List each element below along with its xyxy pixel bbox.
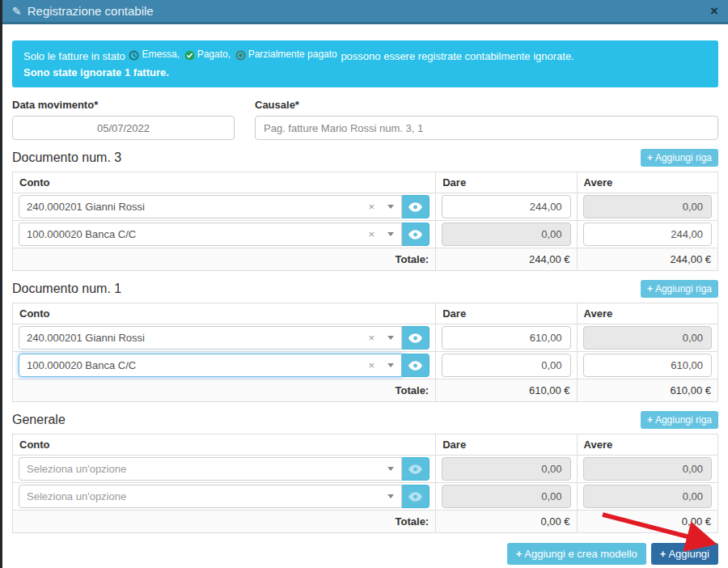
view-account-button[interactable]: [402, 195, 430, 218]
info-alert: Solo le fatture in stato Emessa, Pagato,…: [12, 40, 718, 87]
status-emessa: Emessa,: [129, 47, 180, 62]
account-select-value: 240.000201 Gianni Rossi: [27, 332, 369, 344]
column-header-conto: Conto: [13, 434, 436, 456]
add-button[interactable]: +Aggiungi: [651, 543, 718, 565]
eye-icon: [408, 202, 422, 212]
alert-line-1: Solo le fatture in stato Emessa, Pagato,…: [23, 47, 707, 65]
totale-row: Totale: 244,00 € 244,00 €: [13, 248, 718, 271]
partial-paid-icon: [235, 50, 246, 61]
column-header-avere: Avere: [577, 434, 717, 456]
column-header-dare: Dare: [436, 434, 577, 456]
clear-icon[interactable]: ×: [369, 201, 375, 212]
add-row-button[interactable]: +Aggiungi riga: [641, 280, 718, 298]
accounts-table: Conto Dare Avere 240.000201 Gianni Rossi…: [12, 172, 718, 271]
section-title: Generale: [12, 413, 66, 427]
account-select-empty[interactable]: Seleziona un'opzione: [19, 485, 402, 508]
modal-body: Solo le fatture in stato Emessa, Pagato,…: [2, 24, 728, 568]
alert-prefix: Solo le fatture in stato: [23, 50, 125, 62]
dare-input: [442, 223, 570, 246]
dare-input[interactable]: [442, 195, 570, 218]
avere-input: [583, 485, 712, 508]
account-select-value: 100.000020 Banca C/C: [27, 228, 369, 240]
dare-input[interactable]: [442, 354, 570, 377]
causale-field-group: Causale*: [255, 99, 718, 140]
accounts-table: Conto Dare Avere 240.000201 Gianni Rossi…: [12, 303, 718, 402]
view-account-button[interactable]: [402, 485, 430, 508]
section-documento-1: Documento num. 1 +Aggiungi riga Conto Da…: [12, 280, 718, 402]
section-title: Documento num. 1: [12, 282, 121, 296]
totale-label: Totale:: [13, 511, 436, 533]
avere-input: [583, 326, 712, 350]
view-account-button[interactable]: [402, 326, 430, 350]
alert-line-2: Sono state ignorate 1 fatture.: [23, 65, 707, 81]
modal-header: ✎ Registrazione contabile ×: [2, 0, 728, 24]
eye-icon: [408, 333, 422, 343]
totale-avere: 0,00 €: [577, 511, 717, 533]
avere-input[interactable]: [583, 354, 712, 377]
eye-icon: [408, 230, 422, 239]
clear-icon[interactable]: ×: [369, 229, 375, 239]
view-account-button[interactable]: [402, 223, 430, 246]
account-select[interactable]: 240.000201 Gianni Rossi ×: [19, 326, 402, 350]
status-emessa-label: Emessa,: [142, 47, 180, 62]
chevron-down-icon: [387, 232, 394, 236]
section-title: Documento num. 3: [12, 150, 121, 165]
section-head: Generale +Aggiungi riga: [12, 411, 718, 429]
date-label: Data movimento*: [12, 99, 235, 111]
account-select[interactable]: 100.000020 Banca C/C ×: [19, 223, 402, 246]
totale-dare: 610,00 €: [436, 379, 577, 402]
totale-avere: 244,00 €: [577, 248, 717, 271]
account-select[interactable]: 240.000201 Gianni Rossi ×: [19, 195, 402, 218]
table-row: 240.000201 Gianni Rossi ×: [13, 193, 718, 221]
account-select-placeholder: Seleziona un'opzione: [27, 463, 387, 475]
modal-footer: +Aggiungi e crea modello +Aggiungi: [12, 543, 718, 565]
alert-suffix: possono essere registrate contabilmente …: [341, 50, 574, 62]
date-field-group: Data movimento*: [12, 99, 235, 140]
totale-label: Totale:: [13, 379, 436, 402]
clear-icon[interactable]: ×: [369, 333, 375, 343]
column-header-conto: Conto: [13, 303, 436, 324]
account-select-empty[interactable]: Seleziona un'opzione: [19, 457, 402, 481]
add-row-button[interactable]: +Aggiungi riga: [641, 411, 718, 429]
view-account-button[interactable]: [402, 354, 430, 377]
totale-row: Totale: 0,00 € 0,00 €: [13, 511, 718, 533]
account-select-focused[interactable]: 100.000020 Banca C/C ×: [19, 354, 402, 377]
column-header-dare: Dare: [436, 172, 577, 193]
totale-dare: 0,00 €: [436, 511, 577, 533]
modal-title: Registrazione contabile: [28, 4, 154, 18]
add-row-label: Aggiungi riga: [655, 283, 712, 295]
status-pagato-label: Pagato,: [197, 47, 231, 62]
table-row: 100.000020 Banca C/C ×: [13, 221, 718, 248]
add-row-label: Aggiungi riga: [655, 414, 712, 426]
add-and-create-template-button[interactable]: +Aggiungi e crea modello: [507, 543, 646, 565]
chevron-down-icon: [387, 467, 394, 471]
dare-input[interactable]: [442, 326, 570, 350]
add-and-create-template-label: Aggiungi e crea modello: [524, 548, 637, 560]
causale-input[interactable]: [255, 116, 718, 140]
chevron-down-icon: [387, 363, 394, 367]
totale-row: Totale: 610,00 € 610,00 €: [13, 379, 718, 402]
chevron-down-icon: [387, 205, 394, 209]
avere-input: [583, 457, 712, 481]
column-header-avere: Avere: [577, 303, 717, 324]
status-parzialmente-label: Parzialmente pagato: [248, 47, 337, 62]
account-select-value: 100.000020 Banca C/C: [27, 359, 369, 371]
eye-icon: [408, 492, 422, 502]
date-input[interactable]: [12, 116, 235, 140]
close-icon[interactable]: ×: [710, 4, 718, 18]
table-row: 100.000020 Banca C/C ×: [13, 352, 718, 379]
avere-input[interactable]: [583, 223, 712, 246]
causale-label: Causale*: [255, 99, 718, 111]
plus-icon: +: [660, 548, 667, 560]
clear-icon[interactable]: ×: [369, 360, 375, 371]
totale-label: Totale:: [13, 248, 436, 271]
modal-backdrop-edge: [0, 0, 2, 568]
status-pagato: Pagato,: [184, 47, 231, 62]
add-row-button[interactable]: +Aggiungi riga: [641, 149, 718, 167]
pencil-icon: ✎: [12, 6, 22, 17]
dare-input: [442, 485, 570, 508]
column-header-conto: Conto: [13, 172, 436, 193]
add-button-label: Aggiungi: [668, 548, 709, 560]
view-account-button[interactable]: [402, 457, 430, 481]
eye-icon: [408, 464, 422, 474]
